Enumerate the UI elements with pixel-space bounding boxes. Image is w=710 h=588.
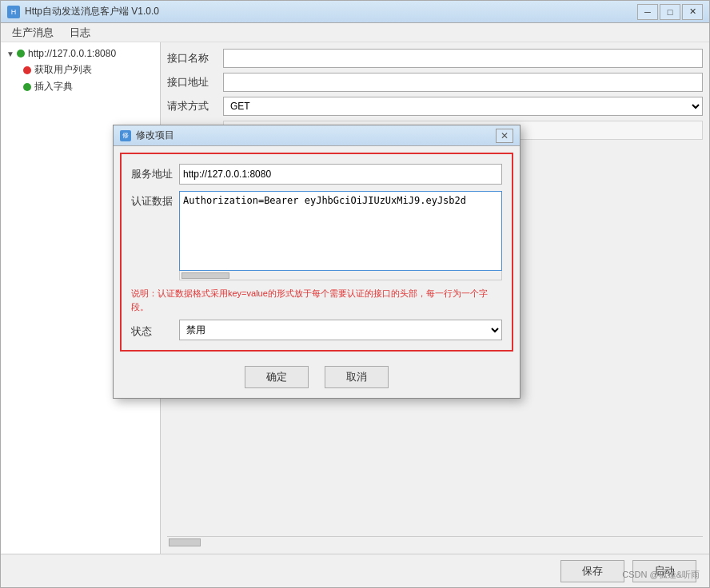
- dialog-confirm-button[interactable]: 确定: [245, 366, 309, 388]
- dialog-row-server: 服务地址: [131, 164, 502, 185]
- interface-name-input[interactable]: [223, 49, 703, 68]
- status-select[interactable]: 禁用 启用: [179, 320, 502, 340]
- bottom-bar: 保存 启动: [1, 554, 709, 587]
- close-button[interactable]: ✕: [682, 4, 703, 20]
- save-button[interactable]: 保存: [560, 560, 624, 582]
- textarea-scrollbar-thumb[interactable]: [181, 272, 229, 279]
- menu-item-produce[interactable]: 生产消息: [4, 24, 62, 42]
- dialog-close-button[interactable]: ✕: [496, 129, 513, 143]
- window-controls: ─ □ ✕: [637, 4, 703, 20]
- form-row-method: 请求方式 GET POST: [167, 97, 703, 116]
- menu-bar: 生产消息 日志: [1, 23, 709, 42]
- dialog-icon: 修: [120, 130, 131, 141]
- form-label-method: 请求方式: [167, 99, 223, 113]
- auth-textarea-wrap: Authorization=Bearer eyJhbGciOiJIUzUxMiJ…: [179, 191, 502, 280]
- dialog-row-auth: 认证数据 Authorization=Bearer eyJhbGciOiJIUz…: [131, 191, 502, 280]
- tree-children: 获取用户列表 插入字典: [4, 62, 157, 95]
- dialog-cancel-button[interactable]: 取消: [325, 366, 389, 388]
- tree-root-item[interactable]: ▼ http://127.0.0.1:8080: [4, 46, 157, 62]
- auth-data-textarea[interactable]: Authorization=Bearer eyJhbGciOiJIUzUxMiJ…: [179, 191, 502, 271]
- interface-address-input[interactable]: [223, 73, 703, 92]
- child-dot-0: [23, 66, 31, 74]
- textarea-hscrollbar[interactable]: [179, 271, 502, 280]
- app-icon: H: [7, 6, 20, 18]
- dialog-label-auth: 认证数据: [131, 191, 179, 209]
- form-row-address: 接口地址: [167, 73, 703, 92]
- server-dot: [17, 50, 25, 58]
- dialog-label-status: 状态: [131, 321, 179, 339]
- child-dot-1: [23, 83, 31, 91]
- form-label-address: 接口地址: [167, 75, 223, 89]
- modify-project-dialog: 修 修改项目 ✕ 服务地址 认证数据 Authorization=Bearer …: [113, 125, 521, 399]
- minimize-button[interactable]: ─: [637, 4, 658, 20]
- start-button[interactable]: 启动: [632, 560, 696, 582]
- scrollbar-thumb[interactable]: [169, 538, 201, 546]
- horizontal-scrollbar[interactable]: [167, 536, 703, 547]
- dialog-title: 修改项目: [136, 129, 496, 142]
- title-bar: H Http自动发送消息客户端 V1.0.0 ─ □ ✕: [1, 1, 709, 23]
- dialog-footer: 确定 取消: [114, 358, 520, 398]
- dialog-body: 服务地址 认证数据 Authorization=Bearer eyJhbGciO…: [120, 153, 513, 352]
- tree-root-label: http://127.0.0.1:8080: [28, 48, 116, 59]
- tree-child-label-1: 插入字典: [34, 80, 73, 93]
- menu-item-log[interactable]: 日志: [62, 24, 98, 42]
- dialog-title-bar: 修 修改项目 ✕: [114, 125, 520, 146]
- form-label-name: 接口名称: [167, 51, 223, 66]
- form-row-name: 接口名称: [167, 49, 703, 68]
- tree-child-label-0: 获取用户列表: [34, 63, 92, 77]
- window-title: Http自动发送消息客户端 V1.0.0: [25, 5, 637, 18]
- dialog-label-server: 服务地址: [131, 164, 179, 181]
- tree-expand-icon: ▼: [6, 49, 15, 58]
- tree-child-0[interactable]: 获取用户列表: [20, 62, 157, 78]
- dialog-row-status: 状态 禁用 启用: [131, 320, 502, 340]
- dialog-hint: 说明：认证数据格式采用key=value的形式放于每个需要认证的接口的头部，每一…: [131, 287, 502, 313]
- request-method-select[interactable]: GET POST: [223, 97, 703, 116]
- tree-child-1[interactable]: 插入字典: [20, 78, 157, 95]
- maximize-button[interactable]: □: [660, 4, 680, 20]
- server-address-input[interactable]: [179, 164, 502, 185]
